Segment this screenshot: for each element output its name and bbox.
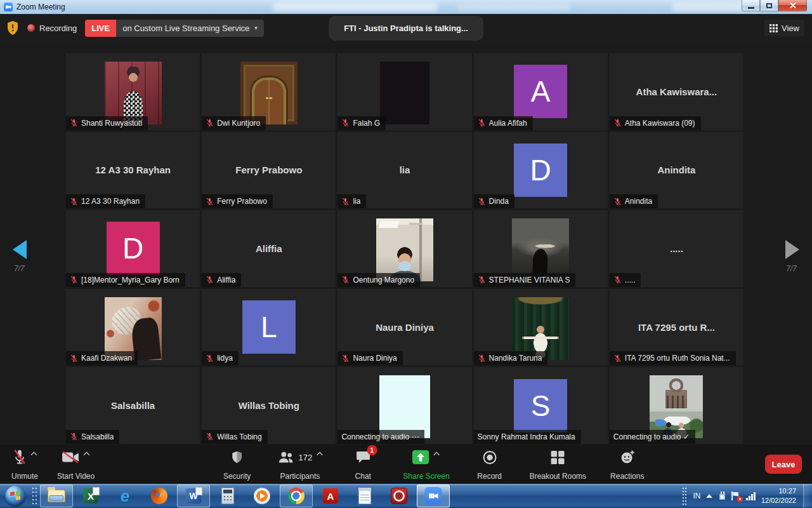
participants-chevron-icon[interactable] xyxy=(316,451,323,456)
taskbar-recorder-button[interactable] xyxy=(383,485,416,507)
tray-date: 12/02/2022 xyxy=(761,496,796,505)
mic-muted-icon xyxy=(613,119,622,127)
participant-tile[interactable]: ..... ..... xyxy=(610,210,743,287)
next-page-arrow[interactable] xyxy=(785,240,799,259)
participant-display-name: Aliffia xyxy=(256,243,282,254)
taskbar-adobe-button[interactable] xyxy=(314,485,347,507)
participant-tile[interactable]: Connecting to audio ✓ xyxy=(610,367,743,444)
security-button[interactable]: Security xyxy=(218,444,257,484)
record-button[interactable]: Record xyxy=(470,444,509,484)
participant-tile[interactable]: Anindita Anindita xyxy=(610,132,743,209)
previous-page-arrow[interactable] xyxy=(13,240,27,259)
participant-tile[interactable]: Dwi Kuntjoro xyxy=(202,53,336,130)
mic-muted-icon xyxy=(478,276,486,284)
taskbar-start-button[interactable] xyxy=(1,485,30,507)
participant-name: Anindita xyxy=(625,197,652,206)
participant-video-wooden-door xyxy=(240,62,298,124)
taskbar-chrome-button[interactable] xyxy=(280,485,313,507)
participant-name-label: [18]Mentor_Myria_Gary Born xyxy=(66,273,185,287)
participant-tile[interactable]: Kaafi Dzakwan xyxy=(66,289,200,366)
view-button[interactable]: View xyxy=(764,20,804,36)
participant-tile[interactable]: ITA 7295 ortu R... ITA 7295 ortu Ruth So… xyxy=(610,289,743,366)
start-video-button[interactable]: Start Video xyxy=(53,444,98,484)
participant-tile[interactable]: Ferry Prabowo Ferry Prabowo xyxy=(202,132,336,209)
mic-muted-icon xyxy=(613,197,622,206)
clock[interactable]: 10:27 12/02/2022 xyxy=(761,486,797,505)
participant-tile[interactable]: Naura Diniya Naura Diniya xyxy=(337,289,471,366)
mic-muted-icon xyxy=(478,354,486,363)
mic-muted-icon xyxy=(206,119,214,127)
participant-name-label: Aliffia xyxy=(202,273,241,287)
participant-video-man-green-curtain xyxy=(512,297,569,360)
mic-muted-icon xyxy=(70,432,78,441)
taskbar-wmp-button[interactable] xyxy=(246,485,278,507)
close-button[interactable] xyxy=(778,0,807,11)
share-options-chevron-icon[interactable] xyxy=(433,451,440,456)
participant-grid: Shanti Ruwyastuti Dwi Kuntjoro xyxy=(66,53,743,444)
action-center-flag-icon[interactable]: x xyxy=(731,491,740,501)
share-screen-label: Share Screen xyxy=(403,472,449,481)
taskbar-calculator-button[interactable] xyxy=(211,485,244,507)
participant-video-dark-beach xyxy=(512,218,569,281)
participant-tile[interactable]: Salsabilla Salsabilla xyxy=(66,367,200,444)
language-indicator[interactable]: IN xyxy=(693,491,700,500)
taskbar-firefox-button[interactable] xyxy=(143,485,176,507)
participants-button[interactable]: 172 Participants xyxy=(273,444,327,484)
notepad-icon xyxy=(358,488,371,504)
breakout-rooms-button[interactable]: Breakout Rooms xyxy=(526,444,590,484)
participant-tile[interactable]: Connecting to audio ⋯ xyxy=(337,367,471,444)
participant-tile[interactable]: STEPHANIE VITANIA S xyxy=(474,210,608,287)
participant-name-label: Dinda xyxy=(474,194,514,208)
share-screen-button[interactable]: Share Screen xyxy=(399,444,453,484)
show-hidden-icons-icon[interactable] xyxy=(706,494,712,498)
unmute-button[interactable]: Unmute xyxy=(5,444,44,484)
mic-options-chevron-icon[interactable] xyxy=(30,451,37,456)
participant-tile[interactable]: 12 A3 30 Rayhan 12 A3 30 Rayhan xyxy=(66,132,200,209)
participant-tile[interactable]: D [18]Mentor_Myria_Gary Born xyxy=(66,210,200,287)
grid-view-icon xyxy=(769,24,778,32)
participant-tile[interactable]: Nandika Taruna xyxy=(474,289,608,366)
taskbar-word-button[interactable] xyxy=(177,485,210,507)
participant-tile[interactable]: lia lia xyxy=(337,132,471,209)
mic-muted-icon xyxy=(341,119,350,127)
reactions-button[interactable]: Reactions xyxy=(606,444,648,484)
participant-tile[interactable]: L lidya xyxy=(202,289,336,366)
participant-name: Dwi Kuntjoro xyxy=(217,119,260,128)
recorder-icon xyxy=(391,488,407,504)
participant-tile[interactable]: D Dinda xyxy=(474,132,608,209)
zoom-icon xyxy=(424,487,442,505)
participant-tile[interactable]: Willas Tobing Willas Tobing xyxy=(202,367,336,444)
participant-tile[interactable]: S Sonny Rahmat Indra Kumala xyxy=(474,367,608,444)
participant-tile[interactable]: Oentung Margono xyxy=(337,210,471,287)
participant-video-dome-umbrella xyxy=(650,375,703,438)
taskbar-explorer-button[interactable] xyxy=(40,485,73,507)
participant-tile[interactable]: Falah G xyxy=(337,53,471,130)
participant-tile[interactable]: Aliffia Aliffia xyxy=(202,210,336,287)
chat-button[interactable]: 1 Chat xyxy=(343,444,383,484)
participant-name-label: Dwi Kuntjoro xyxy=(202,116,266,130)
mic-muted-icon xyxy=(70,276,78,284)
participant-display-name: Ferry Prabowo xyxy=(235,164,302,175)
taskbar-notepad-button[interactable] xyxy=(348,485,381,507)
background-window-blur xyxy=(457,3,571,11)
participant-video-pale-cyan xyxy=(379,375,430,438)
participant-tile[interactable]: A Aulia Afifah xyxy=(474,53,608,130)
show-desktop-button[interactable] xyxy=(803,484,809,508)
encryption-shield-icon[interactable] xyxy=(6,20,19,36)
live-stream-selector[interactable]: LIVE on Custom Live Streaming Service ▾ xyxy=(85,20,264,37)
video-options-chevron-icon[interactable] xyxy=(83,451,90,456)
taskbar-ie-button[interactable] xyxy=(108,485,141,507)
participant-tile[interactable]: Shanti Ruwyastuti xyxy=(66,53,200,130)
mic-muted-icon xyxy=(613,354,622,363)
page-indicator-right: 7/7 xyxy=(786,264,797,273)
taskbar-zoom-button[interactable] xyxy=(417,485,450,507)
leave-button[interactable]: Leave xyxy=(765,455,802,474)
network-signal-icon[interactable] xyxy=(746,491,756,500)
maximize-button[interactable] xyxy=(760,0,778,11)
stream-caret-icon[interactable]: ▾ xyxy=(254,25,258,31)
participant-tile[interactable]: Atha Kawiswara... Atha Kawiswara (09) xyxy=(610,53,743,130)
participant-name: [18]Mentor_Myria_Gary Born xyxy=(81,276,180,284)
power-plug-icon[interactable] xyxy=(718,491,726,500)
taskbar-excel-button[interactable] xyxy=(74,485,107,507)
minimize-button[interactable] xyxy=(742,0,760,11)
